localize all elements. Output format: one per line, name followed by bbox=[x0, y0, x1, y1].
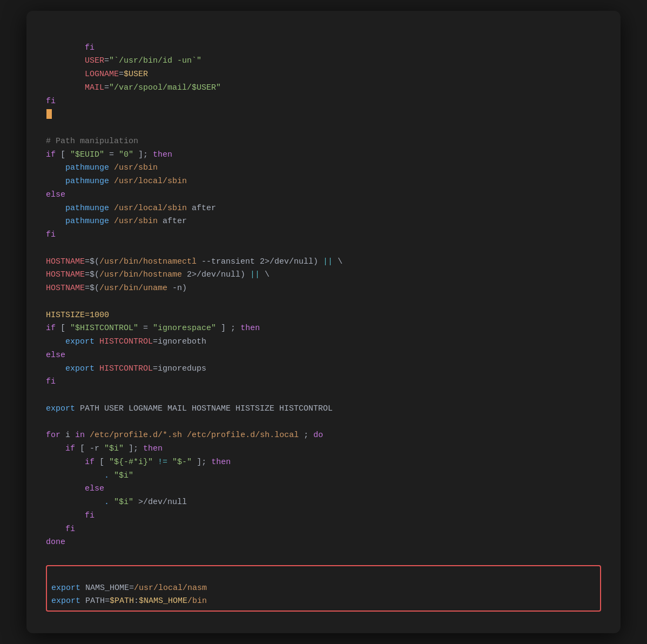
path-usr-local-sbin-after: /usr/local/sbin bbox=[114, 204, 187, 213]
logname-val: $USER bbox=[124, 70, 148, 79]
export-path: export bbox=[51, 596, 80, 606]
pathmunge-3: pathmunge bbox=[65, 204, 109, 213]
mail-var: MAIL bbox=[85, 83, 104, 92]
hostname-var-1: HOSTNAME bbox=[46, 257, 85, 266]
cursor bbox=[46, 109, 52, 119]
fi-5: fi bbox=[65, 525, 75, 534]
path-usr-sbin: /usr/sbin bbox=[114, 163, 158, 172]
highlighted-export-block: export NAMS_HOME=/usr/local/nasm export … bbox=[46, 565, 601, 612]
user-var: USER bbox=[85, 56, 104, 65]
else-2: else bbox=[46, 351, 65, 360]
pathmunge-1: pathmunge bbox=[65, 163, 109, 172]
for-keyword: for bbox=[46, 431, 60, 440]
if-4: if bbox=[85, 458, 95, 467]
mail-val: "/var/spool/mail/$USER" bbox=[109, 83, 221, 92]
then-1: then bbox=[153, 150, 172, 159]
fi-1: fi bbox=[46, 97, 56, 106]
else-1: else bbox=[46, 190, 65, 199]
logname-var: LOGNAME bbox=[85, 70, 119, 79]
export-path-line: export bbox=[46, 404, 75, 413]
path-usr-sbin-after: /usr/sbin bbox=[114, 217, 158, 226]
indent bbox=[65, 83, 85, 92]
done-keyword: done bbox=[46, 538, 65, 547]
dot-1: . bbox=[104, 471, 109, 480]
fi-2: fi bbox=[46, 230, 56, 239]
fi-keyword: fi bbox=[85, 43, 95, 52]
then-3: then bbox=[143, 444, 163, 453]
export-1: export bbox=[65, 337, 95, 346]
nams-home-var: NAMS_HOME bbox=[85, 583, 129, 593]
user-val: "`/usr/bin/id -un`" bbox=[109, 56, 201, 65]
histsize-line: HISTSIZE=1000 bbox=[46, 311, 109, 320]
fi-4: fi bbox=[85, 511, 95, 520]
path-comment: # Path manipulation bbox=[46, 137, 138, 146]
indent bbox=[65, 70, 85, 79]
code-content: fi USER="`/usr/bin/id -un`" LOGNAME=$USE… bbox=[46, 28, 601, 563]
then-4: then bbox=[211, 458, 231, 467]
code-window: fi USER="`/usr/bin/id -un`" LOGNAME=$USE… bbox=[26, 11, 621, 633]
export-nams: export bbox=[51, 583, 80, 593]
if-2: if bbox=[46, 324, 56, 333]
hostname-var-2: HOSTNAME bbox=[46, 270, 85, 279]
hostname-var-3: HOSTNAME bbox=[46, 284, 85, 293]
path-val: $PATH bbox=[110, 596, 134, 606]
then-2: then bbox=[240, 324, 260, 333]
do-keyword: do bbox=[313, 431, 323, 440]
else-3: else bbox=[85, 484, 104, 493]
if-1: if bbox=[46, 150, 56, 159]
export-2: export bbox=[65, 364, 95, 373]
path-usr-local-sbin: /usr/local/sbin bbox=[114, 177, 187, 186]
dot-2: . bbox=[104, 498, 109, 507]
path-var: PATH bbox=[85, 596, 105, 606]
highlighted-code: export NAMS_HOME=/usr/local/nasm export … bbox=[51, 568, 596, 608]
pathmunge-4: pathmunge bbox=[65, 217, 109, 226]
nams-home-val: $NAMS_HOME bbox=[139, 596, 187, 606]
indent bbox=[65, 56, 85, 65]
indent bbox=[65, 43, 85, 52]
pathmunge-2: pathmunge bbox=[65, 177, 109, 186]
fi-3: fi bbox=[46, 377, 56, 386]
if-3: if bbox=[65, 444, 75, 453]
nasm-path: /usr/local/nasm bbox=[134, 583, 207, 593]
